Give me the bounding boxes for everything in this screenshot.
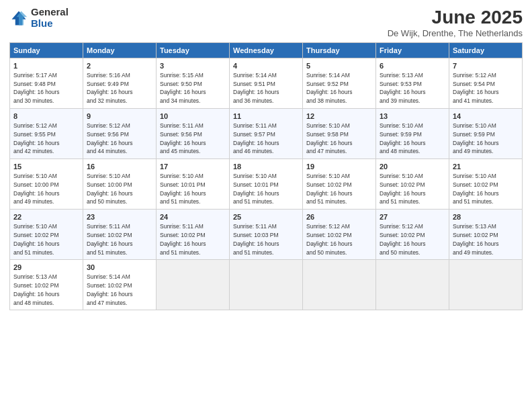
logo-blue-text: Blue	[31, 18, 69, 30]
col-header-tuesday: Tuesday	[157, 43, 230, 58]
cal-cell: 15Sunrise: 5:10 AM Sunset: 10:00 PM Dayl…	[10, 159, 83, 210]
week-row: 22Sunrise: 5:10 AM Sunset: 10:02 PM Dayl…	[10, 210, 523, 260]
cal-cell: 26Sunrise: 5:12 AM Sunset: 10:02 PM Dayl…	[303, 210, 376, 260]
cal-cell: 24Sunrise: 5:11 AM Sunset: 10:02 PM Dayl…	[157, 210, 230, 260]
col-header-saturday: Saturday	[449, 43, 523, 58]
week-row: 1Sunrise: 5:17 AM Sunset: 9:48 PM Daylig…	[10, 58, 523, 109]
cal-cell: 23Sunrise: 5:11 AM Sunset: 10:02 PM Dayl…	[83, 210, 157, 260]
cal-cell: 25Sunrise: 5:11 AM Sunset: 10:03 PM Dayl…	[230, 210, 303, 260]
col-header-wednesday: Wednesday	[230, 43, 303, 58]
cal-cell	[230, 260, 303, 310]
cal-cell: 2Sunrise: 5:16 AM Sunset: 9:49 PM Daylig…	[83, 58, 157, 109]
cal-cell: 16Sunrise: 5:10 AM Sunset: 10:00 PM Dayl…	[83, 159, 157, 210]
cal-cell: 3Sunrise: 5:15 AM Sunset: 9:50 PM Daylig…	[157, 58, 230, 109]
cal-cell: 18Sunrise: 5:10 AM Sunset: 10:01 PM Dayl…	[230, 159, 303, 210]
cal-cell: 12Sunrise: 5:10 AM Sunset: 9:58 PM Dayli…	[303, 109, 376, 159]
calendar-table: SundayMondayTuesdayWednesdayThursdayFrid…	[9, 42, 523, 310]
page: General Blue June 2025 De Wijk, Drenthe,…	[0, 0, 532, 411]
cal-cell: 9Sunrise: 5:12 AM Sunset: 9:56 PM Daylig…	[83, 109, 157, 159]
logo-icon	[9, 9, 28, 28]
cal-cell: 6Sunrise: 5:13 AM Sunset: 9:53 PM Daylig…	[376, 58, 449, 109]
cal-cell: 30Sunrise: 5:14 AM Sunset: 10:02 PM Dayl…	[83, 260, 157, 310]
cal-cell: 1Sunrise: 5:17 AM Sunset: 9:48 PM Daylig…	[10, 58, 83, 109]
cal-cell: 27Sunrise: 5:12 AM Sunset: 10:02 PM Dayl…	[376, 210, 449, 260]
cal-cell: 22Sunrise: 5:10 AM Sunset: 10:02 PM Dayl…	[10, 210, 83, 260]
cal-cell	[376, 260, 449, 310]
cal-cell	[157, 260, 230, 310]
cal-cell: 5Sunrise: 5:14 AM Sunset: 9:52 PM Daylig…	[303, 58, 376, 109]
cal-cell	[303, 260, 376, 310]
cal-cell: 29Sunrise: 5:13 AM Sunset: 10:02 PM Dayl…	[10, 260, 83, 310]
title-block: June 2025 De Wijk, Drenthe, The Netherla…	[388, 7, 523, 38]
logo: General Blue	[9, 7, 69, 29]
cal-cell: 8Sunrise: 5:12 AM Sunset: 9:55 PM Daylig…	[10, 109, 83, 159]
col-header-friday: Friday	[376, 43, 449, 58]
week-row: 29Sunrise: 5:13 AM Sunset: 10:02 PM Dayl…	[10, 260, 523, 310]
cal-cell	[449, 260, 523, 310]
main-title: June 2025	[388, 7, 523, 28]
header: General Blue June 2025 De Wijk, Drenthe,…	[9, 7, 523, 38]
cal-cell: 4Sunrise: 5:14 AM Sunset: 9:51 PM Daylig…	[230, 58, 303, 109]
week-row: 8Sunrise: 5:12 AM Sunset: 9:55 PM Daylig…	[10, 109, 523, 159]
cal-cell: 21Sunrise: 5:10 AM Sunset: 10:02 PM Dayl…	[449, 159, 523, 210]
cal-cell: 20Sunrise: 5:10 AM Sunset: 10:02 PM Dayl…	[376, 159, 449, 210]
cal-cell: 17Sunrise: 5:10 AM Sunset: 10:01 PM Dayl…	[157, 159, 230, 210]
logo-text: General Blue	[31, 7, 69, 29]
subtitle: De Wijk, Drenthe, The Netherlands	[388, 28, 523, 38]
week-row: 15Sunrise: 5:10 AM Sunset: 10:00 PM Dayl…	[10, 159, 523, 210]
cal-cell: 14Sunrise: 5:10 AM Sunset: 9:59 PM Dayli…	[449, 109, 523, 159]
col-header-monday: Monday	[83, 43, 157, 58]
cal-cell: 11Sunrise: 5:11 AM Sunset: 9:57 PM Dayli…	[230, 109, 303, 159]
header-row: SundayMondayTuesdayWednesdayThursdayFrid…	[10, 43, 523, 58]
col-header-sunday: Sunday	[10, 43, 83, 58]
cal-cell: 19Sunrise: 5:10 AM Sunset: 10:02 PM Dayl…	[303, 159, 376, 210]
col-header-thursday: Thursday	[303, 43, 376, 58]
cal-cell: 7Sunrise: 5:12 AM Sunset: 9:54 PM Daylig…	[449, 58, 523, 109]
cal-cell: 28Sunrise: 5:13 AM Sunset: 10:02 PM Dayl…	[449, 210, 523, 260]
logo-general-text: General	[31, 7, 69, 18]
cal-cell: 10Sunrise: 5:11 AM Sunset: 9:56 PM Dayli…	[157, 109, 230, 159]
cal-cell: 13Sunrise: 5:10 AM Sunset: 9:59 PM Dayli…	[376, 109, 449, 159]
